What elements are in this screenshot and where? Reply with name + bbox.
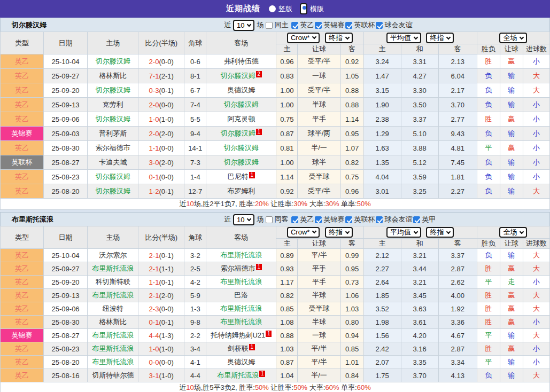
result-cell: 负: [477, 369, 500, 382]
checkbox-checked-icon[interactable]: [376, 22, 383, 29]
avg-draw-odds: 3.37: [401, 112, 438, 127]
league-filter[interactable]: 英锦赛: [315, 20, 344, 30]
average-select-value: 平均值: [390, 33, 411, 43]
avg-home-odds: 4.04: [363, 170, 401, 184]
crow-away-odds: 0.94: [340, 329, 363, 342]
checkbox-checked-icon[interactable]: [315, 216, 322, 223]
radio-vertical-layout[interactable]: 竖版: [269, 4, 292, 14]
average-select[interactable]: 平均值: [386, 33, 421, 43]
average-time-select[interactable]: 终指: [426, 33, 454, 43]
scope-select[interactable]: 全场: [499, 33, 527, 43]
avg-home-odds: 2.12: [363, 249, 401, 262]
col-away: 客场: [206, 226, 276, 249]
avg-away-odds: 2.13: [438, 54, 477, 69]
summary-stat-value: 30%: [293, 200, 307, 208]
radio-selected-icon[interactable]: [300, 3, 307, 14]
avg-draw-odds: 3.44: [401, 262, 438, 276]
same-venue-filter[interactable]: 同主: [266, 20, 288, 30]
crow-away-odds: 0.85: [340, 342, 363, 356]
date-cell: 25-09-20: [44, 83, 88, 98]
checkbox-checked-icon[interactable]: [345, 216, 352, 223]
summary-text: 让胜率:: [269, 200, 293, 208]
team-label: 布里斯托流浪: [220, 251, 262, 259]
bookmaker-select[interactable]: Crow*: [287, 227, 320, 238]
home-team-cell: 格林斯比: [88, 316, 138, 329]
checkbox-unchecked-icon[interactable]: [266, 216, 273, 223]
league-filter[interactable]: 英甲: [413, 215, 436, 224]
date-cell: 25-09-13: [44, 98, 88, 112]
average-time-select-value: 终指: [430, 33, 444, 43]
date-cell: 25-09-06: [44, 302, 88, 316]
away-team-cell: 切尔滕汉姆1: [206, 127, 276, 141]
league-filter[interactable]: 英锦赛: [315, 215, 344, 224]
team-label: 布里斯托流浪: [92, 291, 134, 299]
crow-home-odds: 0.88: [276, 329, 298, 342]
avg-away-odds: 3.34: [438, 356, 477, 369]
checkbox-checked-icon[interactable]: [413, 216, 420, 223]
scope-select[interactable]: 全场: [499, 227, 527, 238]
date-cell: 25-08-20: [44, 356, 88, 369]
avg-home-odds: 3.52: [363, 302, 401, 316]
fulltime-score: 2-3: [149, 305, 159, 313]
league-filter[interactable]: 球会友谊: [376, 215, 412, 224]
fulltime-score: 0-0: [149, 358, 159, 366]
league-filter[interactable]: 英乙: [291, 20, 314, 30]
league-filter[interactable]: 英联杯: [345, 20, 375, 30]
halftime-score: (0-1): [159, 252, 173, 260]
average-time-select[interactable]: 终指: [426, 227, 454, 238]
handicap-line: 平/半: [298, 356, 340, 369]
type-cell: 英乙: [1, 98, 44, 112]
odds-time-select[interactable]: 终指: [325, 227, 353, 238]
checkbox-checked-icon[interactable]: [315, 22, 322, 29]
checkbox-checked-icon[interactable]: [291, 216, 298, 223]
red-card-badge: 1: [256, 264, 262, 270]
goals-cell: 小: [523, 356, 549, 369]
filter-controls: 近 10 场 同客 英乙英锦赛英联杯球会友谊英甲: [224, 213, 436, 226]
corners-cell: 4-2: [184, 276, 206, 289]
team-label: 格林斯比: [99, 318, 127, 326]
average-time-select-value: 终指: [430, 228, 444, 237]
handicap-result-cell: 赢: [500, 302, 523, 316]
result-cell: 平: [477, 276, 500, 289]
crow-away-odds: 0.73: [340, 276, 363, 289]
checkbox-checked-icon[interactable]: [376, 216, 383, 223]
checkbox-checked-icon[interactable]: [345, 22, 352, 29]
checkbox-checked-icon[interactable]: [291, 22, 298, 29]
result-cell: 胜: [477, 262, 500, 276]
col-home: 主场: [88, 226, 138, 249]
page-title: 近期战绩: [226, 4, 260, 14]
away-team-cell: 布里斯托流浪: [206, 316, 276, 329]
match-count-select[interactable]: 10: [233, 214, 254, 225]
goals-cell: 大: [523, 262, 549, 276]
type-cell: 英乙: [1, 170, 44, 184]
handicap-line: 半/一: [298, 369, 340, 382]
league-filter[interactable]: 英联杯: [345, 215, 375, 224]
summary-text: 近: [179, 200, 186, 208]
away-team-cell: 布罗姆利: [206, 184, 276, 199]
section-header: 布里斯托流浪 近 10 场 同客 英乙英锦赛英联杯球会友谊英甲: [0, 212, 550, 226]
match-row: 英乙25-08-20布里斯托流浪0-0(0-0)4-1奥德汉姆0.87平/半1.…: [1, 356, 550, 369]
match-count-select[interactable]: 10: [233, 20, 254, 31]
radio-unselected-icon[interactable]: [269, 5, 276, 12]
match-row: 英锦赛25-08-27布里斯托流浪4-4(1-3)2-2托特纳姆热刺U2110.…: [1, 329, 550, 342]
handicap-line: 半球: [298, 289, 340, 302]
odds-time-select[interactable]: 终指: [325, 33, 353, 43]
checkbox-unchecked-icon[interactable]: [266, 22, 273, 29]
result-cell: 负: [477, 249, 500, 262]
type-cell: 英乙: [1, 54, 44, 69]
same-venue-filter[interactable]: 同客: [266, 215, 288, 224]
team-label: 布里斯托流浪: [217, 371, 259, 379]
league-filter[interactable]: 英乙: [291, 215, 314, 224]
average-select[interactable]: 平均值: [386, 227, 421, 238]
red-card-badge: 2: [256, 71, 262, 77]
crow-home-odds: 0.75: [276, 112, 298, 127]
radio-horizontal-layout[interactable]: 横版: [300, 3, 324, 14]
col-handicap: 让球: [298, 44, 340, 54]
bookmaker-select[interactable]: Crow*: [287, 33, 320, 43]
chevron-down-icon: [414, 35, 418, 39]
summary-text: 单率:: [339, 200, 357, 208]
team-label: 巴洛: [234, 291, 248, 299]
home-team-cell: 切尔滕汉姆: [88, 170, 138, 184]
league-filter[interactable]: 球会友谊: [376, 20, 412, 30]
handicap-result-cell: 赢: [500, 262, 523, 276]
